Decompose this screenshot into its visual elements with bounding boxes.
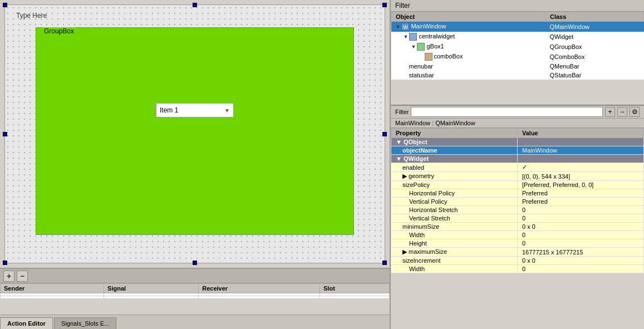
obj-cell-object: menubar	[391, 62, 545, 71]
obj-cell-class: QMainWindow	[545, 22, 644, 32]
prop-cell-value: 0 x 0	[518, 257, 644, 265]
obj-col-class: Class	[545, 12, 644, 22]
prop-table-row[interactable]: sizePolicy[Preferred, Preferred, 0, 0]	[391, 181, 644, 189]
prop-table-row[interactable]: Horizontal PolicyPreferred	[391, 189, 644, 198]
obj-tree-row[interactable]: comboBoxQComboBox	[391, 52, 644, 62]
main-area: Type Here GroupBox Item 1 ▼	[0, 0, 644, 329]
add-connection-button[interactable]: +	[3, 271, 14, 282]
type-here-label: Type Here	[16, 12, 47, 19]
prop-cell-property: enabled	[391, 163, 518, 172]
combobox-value: Item 1	[160, 106, 178, 114]
combobox-arrow-icon: ▼	[224, 107, 230, 114]
obj-tree-row[interactable]: ▼centralwidgetQWidget	[391, 32, 644, 42]
prop-cell-property: objectName	[391, 146, 518, 155]
remove-property-button[interactable]: −	[617, 107, 627, 117]
designer-area: Type Here GroupBox Item 1 ▼	[0, 0, 390, 268]
obj-cell-class: QMenuBar	[545, 62, 644, 71]
obj-cell-object: ▼centralwidget	[391, 32, 545, 42]
tab-signals-slots[interactable]: Signals_Slots E...	[54, 317, 116, 329]
obj-cell-object: comboBox	[391, 52, 545, 62]
add-property-button[interactable]: +	[605, 107, 615, 117]
prop-table-row[interactable]: ▼ QWidget	[391, 155, 644, 163]
signals-toolbar: + −	[0, 269, 390, 283]
col-receiver: Receiver	[199, 284, 320, 293]
prop-cell-value: 0	[518, 239, 644, 248]
handle-ml[interactable]	[3, 132, 7, 136]
handle-mr[interactable]	[382, 132, 387, 136]
filter-label: Filter	[395, 109, 409, 115]
prop-table-row[interactable]: sizeIncrement0 x 0	[391, 257, 644, 265]
property-table-container: Property Value ▼ QObjectobjectNameMainWi…	[391, 128, 644, 329]
prop-cell-value: Preferred	[518, 198, 644, 206]
property-editor: Filter + − ⚙ MainWindow : QMainWindow Pr…	[391, 106, 644, 329]
prop-cell-property: Height	[391, 239, 518, 248]
obj-tree-row[interactable]: menubarQMenuBar	[391, 62, 644, 71]
prop-cell-value: ✓	[518, 163, 644, 172]
prop-cell-value: 0	[518, 214, 644, 223]
prop-table-row[interactable]: ▶ maximumSize16777215 x 16777215	[391, 248, 644, 257]
combobox-widget[interactable]: Item 1 ▼	[156, 103, 234, 117]
settings-button[interactable]: ⚙	[630, 107, 640, 117]
prop-table-row[interactable]: ▼ QObject	[391, 138, 644, 146]
object-tree: Object Class ▼WMainWindowQMainWindow▼cen…	[391, 12, 644, 105]
prop-table-row[interactable]: ▶ geometry[(0, 0), 544 x 334]	[391, 172, 644, 181]
property-context-label: MainWindow : QMainWindow	[391, 119, 644, 128]
prop-cell-value: 0 x 0	[518, 223, 644, 231]
prop-cell-property: ▼ QObject	[391, 138, 518, 146]
prop-cell-value	[518, 155, 644, 163]
prop-table-row[interactable]: Horizontal Stretch0	[391, 206, 644, 214]
prop-table-row[interactable]: objectNameMainWindow	[391, 146, 644, 155]
property-filter-bar: Filter + − ⚙	[391, 106, 644, 119]
obj-cell-class: QGroupBox	[545, 42, 644, 52]
prop-cell-value: [Preferred, Preferred, 0, 0]	[518, 181, 644, 189]
obj-tree-row[interactable]: ▼gBox1QGroupBox	[391, 42, 644, 52]
handle-tl[interactable]	[3, 3, 7, 7]
filter-input[interactable]	[411, 107, 603, 117]
groupbox-title: GroupBox	[42, 27, 76, 35]
handle-tr[interactable]	[382, 3, 387, 7]
left-panel: Type Here GroupBox Item 1 ▼	[0, 0, 390, 329]
prop-cell-value: MainWindow	[518, 146, 644, 155]
col-sender: Sender	[1, 284, 104, 293]
prop-cell-property: sizeIncrement	[391, 257, 518, 265]
prop-table-row[interactable]: Height0	[391, 239, 644, 248]
prop-table-row[interactable]: minimumSize0 x 0	[391, 223, 644, 231]
signals-slots-panel: + − Sender Signal Receiver Slot	[0, 268, 390, 329]
obj-cell-class: QComboBox	[545, 52, 644, 62]
obj-cell-object: ▼WMainWindow	[391, 22, 545, 32]
tab-action-editor[interactable]: Action Editor	[0, 317, 53, 329]
prop-cell-property: Vertical Policy	[391, 198, 518, 206]
prop-cell-value	[518, 138, 644, 146]
prop-cell-property: ▶ geometry	[391, 172, 518, 181]
prop-cell-value: [(0, 0), 544 x 334]	[518, 172, 644, 181]
prop-table-row[interactable]: Width0	[391, 231, 644, 239]
prop-table-row[interactable]: Width0	[391, 265, 644, 273]
bottom-tab-bar: Action Editor Signals_Slots E...	[0, 315, 390, 329]
prop-cell-property: Vertical Stretch	[391, 214, 518, 223]
obj-cell-class: QWidget	[545, 32, 644, 42]
groupbox-widget: GroupBox Item 1 ▼	[36, 27, 354, 235]
designer-canvas[interactable]: Type Here GroupBox Item 1 ▼	[4, 4, 385, 263]
handle-bc[interactable]	[193, 261, 197, 265]
prop-cell-property: ▼ QWidget	[391, 155, 518, 163]
object-inspector-title: Filter	[391, 0, 644, 12]
prop-cell-value: 0	[518, 231, 644, 239]
prop-table-row[interactable]: Vertical Stretch0	[391, 214, 644, 223]
obj-cell-object: ▼gBox1	[391, 42, 545, 52]
prop-cell-value: 0	[518, 206, 644, 214]
prop-table-row[interactable]: Vertical PolicyPreferred	[391, 198, 644, 206]
handle-tc[interactable]	[193, 3, 197, 7]
prop-cell-property: ▶ maximumSize	[391, 248, 518, 257]
prop-cell-property: minimumSize	[391, 223, 518, 231]
obj-tree-row[interactable]: statusbarQStatusBar	[391, 71, 644, 80]
obj-tree-row[interactable]: ▼WMainWindowQMainWindow	[391, 22, 644, 32]
handle-bl[interactable]	[3, 261, 7, 265]
right-panel: Filter Object Class ▼WMainWindowQMainWin…	[390, 0, 644, 329]
remove-connection-button[interactable]: −	[17, 271, 28, 282]
prop-col-value: Value	[518, 129, 644, 138]
prop-table-row[interactable]: enabled✓	[391, 163, 644, 172]
obj-cell-class: QStatusBar	[545, 71, 644, 80]
col-slot: Slot	[320, 284, 390, 293]
handle-br[interactable]	[382, 261, 387, 265]
prop-col-property: Property	[391, 129, 518, 138]
